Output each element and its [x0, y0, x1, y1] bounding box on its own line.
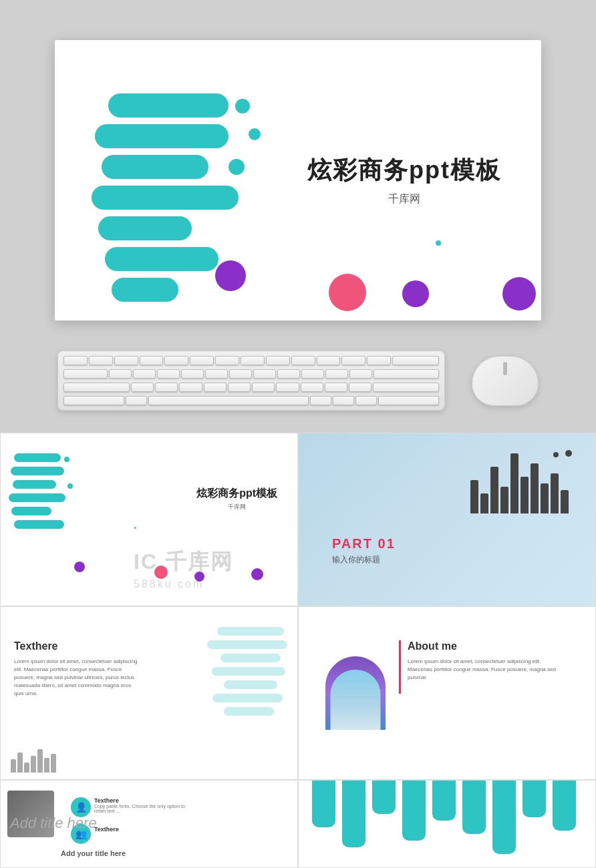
key [131, 383, 154, 392]
thumbnail-4[interactable]: About me Lorem ipsum dolor sit amet, con… [298, 606, 596, 780]
t1-bar [9, 493, 65, 502]
t1-title: 炫彩商务ppt模板 [196, 487, 277, 501]
key [277, 369, 300, 379]
hero-title: 炫彩商务ppt模板 [307, 154, 501, 187]
key [140, 356, 164, 365]
t3-bar [220, 654, 281, 662]
purple-circle-3 [502, 277, 536, 310]
key [228, 383, 251, 392]
key [63, 383, 130, 392]
add-title-here: Add title here [10, 815, 97, 832]
thumbnail-3[interactable]: Texthere Lorem ipsum dolor sit amet, con… [0, 606, 298, 780]
key [374, 369, 439, 379]
t1-subtitle: 千库网 [196, 503, 277, 511]
hero-subtitle: 千库网 [307, 192, 501, 206]
pink-bar [399, 640, 401, 694]
keyboard [57, 351, 445, 411]
key [333, 396, 354, 405]
key [157, 369, 180, 379]
thumbnail-6[interactable] [298, 780, 596, 868]
space-key [148, 396, 309, 405]
t1-bar [13, 480, 56, 489]
key [253, 369, 276, 379]
thumbnail-2[interactable]: PART 01 输入你的标题 [298, 433, 596, 606]
hero-slide: 炫彩商务ppt模板 千库网 [55, 40, 541, 320]
key [373, 383, 439, 392]
arch-shape [325, 656, 386, 730]
key [109, 369, 132, 379]
t3-bar [224, 680, 277, 689]
add-title-label: Add your title here [61, 849, 126, 857]
part-label-area: PART 01 输入你的标题 [332, 536, 396, 566]
t1-bar [11, 467, 64, 475]
key [310, 396, 331, 405]
teal-bar-7 [112, 278, 178, 302]
t5-item1-body: Copy paste fonts. Choose the only option… [94, 804, 194, 813]
key [229, 369, 252, 379]
hero-text-area: 炫彩商务ppt模板 千库网 [307, 154, 501, 206]
t3-bar [207, 640, 287, 649]
part-label: PART 01 [332, 536, 396, 552]
t1-small-dot [134, 527, 136, 529]
t3-bar [212, 694, 283, 702]
mouse [472, 356, 539, 406]
key [155, 383, 178, 392]
key [301, 383, 323, 392]
t4-text: About me Lorem ipsum dolor sit amet, con… [399, 640, 566, 694]
key [190, 356, 214, 365]
t1-dot [64, 457, 69, 462]
key [205, 369, 228, 379]
t3-body: Lorem ipsum dolor sit amet, consectetuer… [14, 658, 141, 698]
key [63, 369, 108, 379]
key [126, 396, 147, 405]
t1-bar [11, 507, 51, 515]
thumbnail-1[interactable]: 炫彩商务ppt模板 千库网 [0, 433, 298, 606]
t5-item2-label: Texthere [94, 826, 119, 833]
t1-pink-circle [154, 566, 168, 579]
dot-2 [249, 128, 261, 140]
t3-mini-chart [11, 749, 56, 773]
keyboard-area [0, 341, 596, 421]
t3-bar [212, 667, 285, 676]
t5-item1-label: Texthere [94, 797, 194, 804]
key [164, 356, 188, 365]
drip-8 [523, 781, 546, 817]
teal-bar-2 [95, 124, 229, 148]
dot-1 [235, 99, 250, 114]
key [276, 383, 299, 392]
key [325, 383, 347, 392]
teal-bar-4 [92, 186, 239, 210]
t4-heading: About me [408, 640, 566, 652]
t3-bar [224, 707, 274, 716]
t3-heading: Texthere [14, 640, 141, 652]
drip-5 [432, 781, 456, 821]
t1-dot [67, 483, 73, 489]
chart-dot [565, 450, 572, 457]
key [291, 356, 315, 365]
key [204, 383, 227, 392]
t5-item1: Texthere Copy paste fonts. Choose the on… [94, 797, 194, 813]
drip-9 [553, 781, 576, 831]
pink-circle [329, 274, 366, 311]
key [215, 356, 239, 365]
key [325, 369, 348, 379]
key [349, 383, 371, 392]
t3-bar [217, 627, 284, 636]
key [378, 396, 439, 405]
key [181, 369, 204, 379]
key [252, 383, 275, 392]
drip-4 [402, 781, 426, 841]
purple-circle-2 [402, 280, 429, 307]
purple-circle-1 [215, 260, 246, 291]
key [355, 396, 377, 405]
t5-item2: Texthere [94, 826, 119, 833]
t1-bar [14, 453, 61, 462]
dot-3 [229, 159, 245, 175]
t4-body: Lorem ipsum dolor sit amet, consectetuer… [408, 658, 566, 682]
key [367, 356, 391, 365]
key [89, 356, 113, 365]
drip-1 [312, 781, 335, 827]
key [349, 369, 372, 379]
part-subtitle: 输入你的标题 [332, 554, 396, 566]
t3-text: Texthere Lorem ipsum dolor sit amet, con… [14, 640, 141, 698]
